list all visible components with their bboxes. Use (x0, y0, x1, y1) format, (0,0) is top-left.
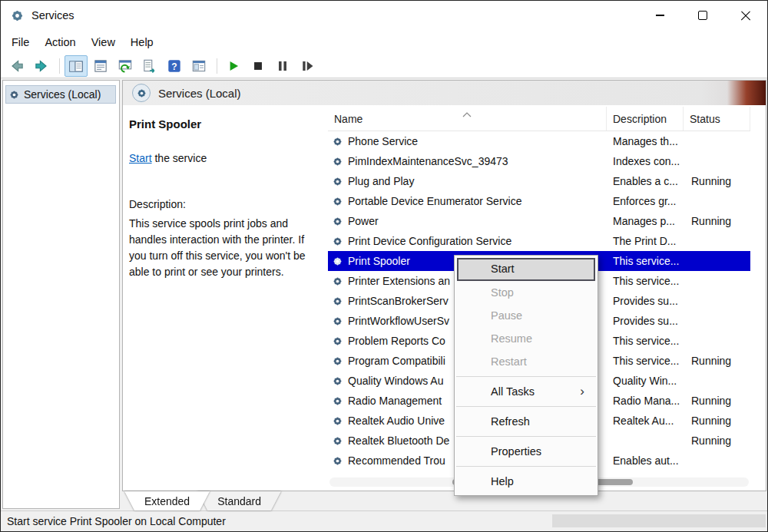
service-description-cell: Quality Win... (607, 375, 684, 387)
description-heading: Description: (129, 198, 324, 210)
service-description-cell: The Print D... (607, 235, 684, 247)
service-name: Program Compatibili (348, 355, 445, 367)
service-row[interactable]: Print Device Configuration ServiceThe Pr… (328, 231, 750, 251)
menu-item-label: Stop (491, 286, 514, 299)
menu-separator (456, 466, 596, 467)
back-icon[interactable] (5, 55, 28, 77)
service-name: PrintScanBrokerServ (348, 295, 449, 307)
menu-action[interactable]: Action (37, 33, 83, 51)
export-list-icon[interactable] (138, 55, 161, 77)
pause-service-icon[interactable] (271, 55, 294, 77)
toolbar: ? (1, 55, 767, 78)
tab-standard[interactable]: Standard (197, 491, 281, 511)
start-service-link[interactable]: Start (129, 152, 152, 164)
menu-help[interactable]: Help (123, 33, 161, 51)
service-row[interactable]: Plug and PlayEnables a c...Running (328, 171, 750, 191)
service-gear-icon (333, 216, 343, 226)
minimize-button[interactable] (638, 1, 681, 30)
column-header-description[interactable]: Description (607, 107, 684, 131)
menu-separator (456, 436, 596, 437)
service-description-cell: Enables a c... (607, 175, 684, 187)
service-status-cell: Running (684, 435, 750, 447)
service-status-cell: Running (684, 175, 750, 187)
service-row[interactable]: Phone ServiceManages th... (328, 131, 750, 151)
service-name-cell: Portable Device Enumerator Service (328, 195, 607, 207)
refresh-icon[interactable] (114, 55, 137, 77)
column-header-label: Name (334, 113, 362, 125)
services-window: Services FileActionViewHelp ? Services (… (0, 0, 768, 532)
help-icon[interactable]: ? (163, 55, 186, 77)
properties-icon[interactable] (89, 55, 112, 77)
service-description-cell: Provides su... (607, 315, 684, 327)
service-status-cell: Running (684, 395, 750, 407)
menu-file[interactable]: File (4, 33, 37, 51)
service-gear-icon (333, 416, 343, 426)
service-gear-icon (333, 376, 343, 386)
list-header: NameDescriptionStatus (328, 107, 750, 131)
service-name: Portable Device Enumerator Service (348, 195, 521, 207)
maximize-icon (698, 11, 707, 20)
service-row[interactable]: PimIndexMaintenanceSvc_39473Indexes con.… (328, 151, 750, 171)
window-title: Services (31, 9, 74, 21)
service-description-cell: Provides su... (607, 295, 684, 307)
service-name-cell: Power (328, 215, 607, 227)
service-description-cell: Manages p... (607, 215, 684, 227)
service-name: Printer Extensions an (348, 275, 450, 287)
service-name-cell: Plug and Play (328, 175, 607, 187)
service-name: Quality Windows Au (348, 375, 444, 387)
menu-item-label: Pause (491, 309, 522, 322)
menu-item-label: All Tasks (491, 385, 535, 398)
service-description-cell: This service... (607, 255, 684, 267)
context-menu-item-help[interactable]: Help (457, 470, 595, 493)
tree-item-services-local[interactable]: Services (Local) (5, 85, 116, 104)
service-gear-icon (333, 177, 343, 187)
taskpad-icon[interactable] (187, 55, 210, 77)
service-description-cell: This service... (607, 275, 684, 287)
service-gear-icon (333, 336, 343, 346)
stop-service-icon[interactable] (247, 55, 270, 77)
service-name: PrintWorkflowUserSv (348, 315, 449, 327)
start-service-icon[interactable] (222, 55, 245, 77)
main-area: Services (Local) Services (Local) Print … (1, 78, 767, 511)
title-bar: Services (1, 1, 767, 30)
show-console-tree-icon[interactable] (65, 55, 88, 77)
forward-icon[interactable] (30, 55, 53, 77)
service-gear-icon (333, 256, 343, 266)
menu-separator (456, 376, 596, 377)
service-row[interactable]: PowerManages p...Running (328, 211, 750, 231)
menu-bar: FileActionViewHelp (1, 30, 767, 55)
view-tabs: ExtendedStandard (122, 491, 766, 511)
toolbar-separator (217, 58, 217, 74)
menu-view[interactable]: View (84, 33, 123, 51)
window-controls (638, 1, 767, 30)
results-pane: Services (Local) Print Spooler Start the… (122, 80, 766, 491)
service-gear-icon (333, 276, 343, 286)
submenu-arrow-icon: › (580, 380, 584, 403)
column-header-name[interactable]: Name (328, 107, 607, 131)
toolbar-separator (59, 58, 60, 74)
banner-title: Services (Local) (158, 87, 241, 100)
menu-item-label: Start (491, 263, 515, 275)
service-status-cell: Running (684, 415, 750, 427)
tab-extended[interactable]: Extended (124, 491, 210, 511)
service-status-cell: Running (684, 215, 750, 227)
service-name: Radio Management (348, 395, 442, 407)
service-gear-icon (333, 236, 343, 246)
context-menu-item-properties[interactable]: Properties (457, 440, 595, 463)
service-status-cell: Running (684, 355, 750, 367)
service-row[interactable]: Portable Device Enumerator ServiceEnforc… (328, 191, 750, 211)
description-body: This service spools print jobs and handl… (129, 216, 321, 280)
restart-service-icon[interactable] (296, 55, 319, 77)
service-action-line: Start the service (129, 152, 324, 164)
context-menu-item-all-tasks[interactable]: All Tasks› (457, 380, 595, 403)
menu-item-label: Help (491, 475, 514, 487)
maximize-button[interactable] (681, 1, 724, 30)
tree-item-label: Services (Local) (24, 88, 101, 101)
service-description-cell: Realtek Au... (607, 415, 684, 427)
context-menu-item-refresh[interactable]: Refresh (457, 410, 595, 433)
minimize-icon (656, 15, 664, 15)
sort-ascending-icon (462, 107, 472, 120)
column-header-status[interactable]: Status (684, 107, 750, 131)
context-menu-item-start[interactable]: Start (457, 258, 595, 281)
close-button[interactable] (724, 1, 767, 30)
